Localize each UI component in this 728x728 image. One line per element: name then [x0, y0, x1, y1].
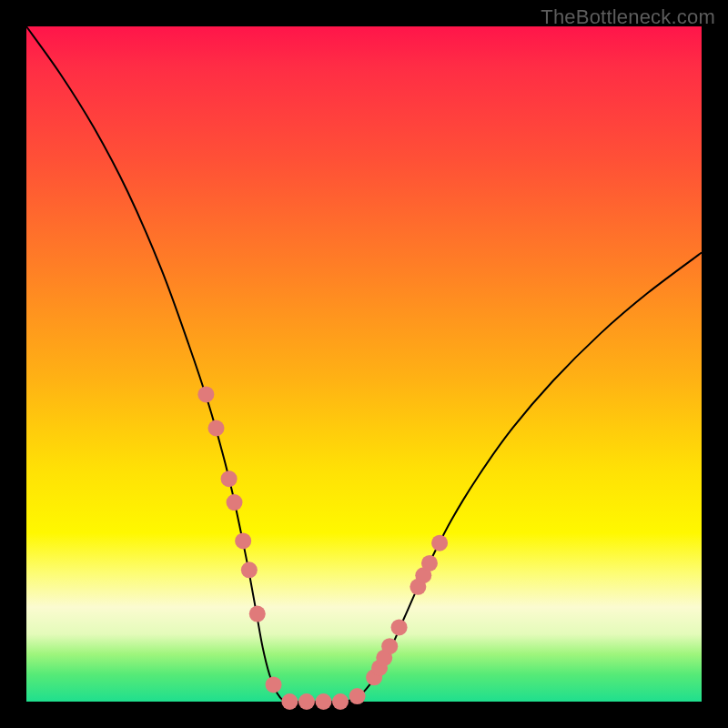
marker-point: [298, 693, 315, 710]
marker-point: [249, 606, 266, 622]
watermark-text: TheBottleneck.com: [541, 5, 715, 29]
chart-frame: TheBottleneck.com: [0, 0, 728, 728]
bottleneck-curve: [26, 26, 702, 702]
marker-point: [431, 535, 448, 551]
marker-point: [227, 494, 243, 511]
marker-point: [391, 619, 408, 635]
marker-point: [235, 532, 251, 549]
marker-point: [221, 470, 238, 487]
marker-point: [381, 638, 398, 654]
marker-point: [349, 688, 366, 704]
marker-point: [421, 555, 438, 571]
marker-point: [281, 693, 298, 710]
marker-point: [332, 693, 349, 710]
marker-point: [315, 693, 331, 710]
marker-point: [208, 420, 225, 436]
marker-point: [266, 676, 282, 693]
marker-point: [197, 386, 214, 402]
marker-group: [197, 386, 448, 710]
marker-point: [241, 561, 258, 578]
chart-svg: [26, 26, 702, 702]
